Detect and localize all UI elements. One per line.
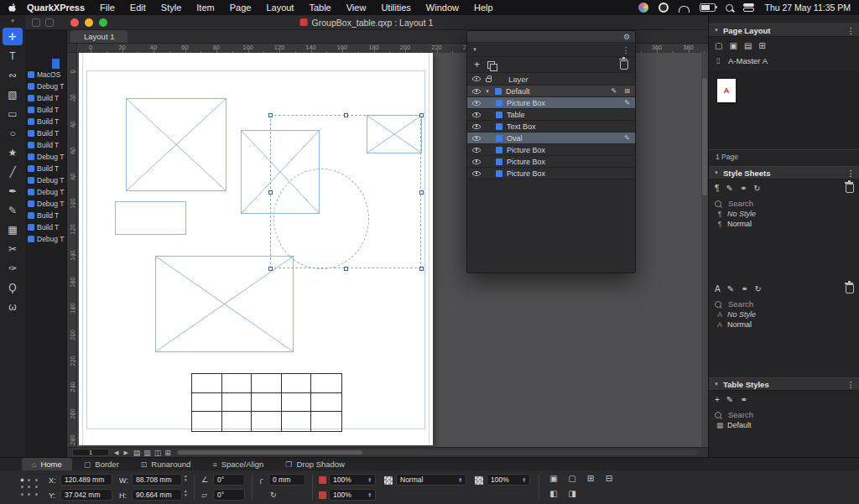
- menu-utilities[interactable]: Utilities: [373, 3, 418, 13]
- page-number-field[interactable]: 1: [72, 449, 109, 456]
- scissors-tool[interactable]: ✂: [3, 240, 23, 257]
- menu-layout[interactable]: Layout: [258, 3, 301, 13]
- file-item-build-t-8[interactable]: Build T: [25, 163, 66, 174]
- tab-border[interactable]: ▢Border: [74, 458, 129, 470]
- disclosure-icon[interactable]: ▼: [485, 89, 491, 94]
- file-item-build-t-2[interactable]: Build T: [25, 92, 66, 104]
- reference-point-7[interactable]: [28, 493, 30, 496]
- link-style-icon[interactable]: ⚭: [740, 184, 747, 193]
- visibility-icon[interactable]: [472, 136, 481, 141]
- reference-point-8[interactable]: [35, 493, 38, 496]
- section-disclosure-icon[interactable]: ▼: [714, 382, 719, 387]
- layer-row-picture-box-5[interactable]: Picture Box: [467, 144, 635, 156]
- selection-handle[interactable]: [268, 190, 273, 195]
- new-table-style-icon[interactable]: +: [715, 395, 720, 404]
- layer-options-icon[interactable]: ⊞: [624, 87, 630, 95]
- file-item-build-t-3[interactable]: Build T: [25, 104, 66, 116]
- layer-row-picture-box-6[interactable]: Picture Box: [467, 156, 635, 168]
- panel-toggle-icon[interactable]: [32, 18, 40, 27]
- edit-item-icon[interactable]: ✎: [624, 134, 630, 142]
- file-item-build-t-12[interactable]: Build T: [25, 210, 66, 221]
- edit-style-icon[interactable]: ✎: [726, 184, 732, 193]
- tab-space-align[interactable]: ≡Space/Align: [202, 458, 273, 470]
- blend-mode-dropdown[interactable]: Normal ▲▼: [396, 474, 466, 486]
- height-stepper[interactable]: ▲▼: [184, 490, 187, 497]
- scale-y-dropdown[interactable]: 100% ▲▼: [329, 489, 376, 501]
- palette-collapse-icon[interactable]: ▼: [472, 47, 477, 52]
- table-tool[interactable]: ▦: [3, 221, 23, 238]
- reference-point-grid[interactable]: [18, 476, 40, 498]
- file-item-build-t-5[interactable]: Build T: [25, 127, 66, 139]
- palette-gear-icon[interactable]: ⚙: [623, 33, 630, 41]
- next-page-icon[interactable]: ▶: [123, 449, 128, 456]
- text-content-tool[interactable]: T: [3, 47, 23, 65]
- style-item-normal[interactable]: ¶Normal: [709, 219, 859, 229]
- reference-point-3[interactable]: [21, 486, 23, 488]
- reference-point-2[interactable]: [35, 479, 38, 481]
- opacity-dropdown[interactable]: 100% ▲▼: [487, 474, 530, 486]
- section-menu-icon[interactable]: ⋮: [847, 26, 856, 35]
- close-button[interactable]: [70, 18, 79, 27]
- item-tool[interactable]: ✛: [3, 28, 23, 45]
- character-style-search[interactable]: Search: [709, 299, 859, 309]
- reference-point-4[interactable]: [28, 486, 30, 488]
- delete-style-icon[interactable]: [846, 284, 854, 294]
- menu-table[interactable]: Table: [301, 3, 338, 13]
- vertical-scrollbar[interactable]: [701, 53, 708, 447]
- frame-outline-icon[interactable]: ▢: [565, 473, 579, 484]
- style-item-no-style[interactable]: ANo Style: [709, 309, 859, 320]
- table-style-search[interactable]: Search: [709, 409, 859, 420]
- selection-handle[interactable]: [419, 113, 424, 117]
- height-field[interactable]: 90.664 mm: [132, 489, 182, 501]
- view-grid-icon[interactable]: ⊞: [164, 449, 171, 457]
- layer-row-table-2[interactable]: Table: [467, 109, 635, 121]
- tab-runaround[interactable]: ⊡Runaround: [131, 458, 201, 470]
- file-item-build-t-6[interactable]: Build T: [25, 139, 66, 151]
- zoom-tool[interactable]: Ϙ: [3, 278, 23, 296]
- master-page-item[interactable]: ▯ A-Master A: [709, 54, 859, 67]
- file-item-debug-t-7[interactable]: Debug T: [25, 151, 66, 163]
- prev-page-icon[interactable]: ◀: [114, 449, 118, 456]
- columns-icon[interactable]: ⊟: [602, 473, 616, 484]
- layer-row-text-box-3[interactable]: Text Box: [467, 121, 635, 132]
- selection-handle[interactable]: [344, 113, 348, 117]
- file-item-debug-t-14[interactable]: Debug T: [25, 233, 66, 245]
- page-browser[interactable]: A: [709, 70, 859, 149]
- edit-style-icon[interactable]: ✎: [727, 284, 734, 294]
- selection-handle[interactable]: [344, 267, 348, 271]
- page-layout-header[interactable]: ▼ Page Layout ⋮: [709, 23, 859, 37]
- width-field[interactable]: 88.708 mm: [132, 474, 182, 486]
- new-paragraph-style-icon[interactable]: ¶: [715, 184, 719, 193]
- flip-vertical-icon[interactable]: ◨: [565, 488, 579, 499]
- freehand-tool[interactable]: ✎: [3, 201, 23, 219]
- layer-row-default-0[interactable]: ▼Default✎⊞: [467, 86, 635, 97]
- style-item-normal[interactable]: ANormal: [709, 320, 859, 330]
- view-pages-icon[interactable]: ▥: [143, 449, 151, 457]
- ruler-origin[interactable]: [67, 44, 77, 53]
- menu-view[interactable]: View: [339, 3, 374, 13]
- edit-layer-icon[interactable]: ✎: [612, 87, 617, 95]
- insert-page-icon[interactable]: ▢: [715, 41, 722, 50]
- menu-file[interactable]: File: [92, 3, 122, 13]
- file-item-macos-0[interactable]: MacOS: [25, 69, 66, 81]
- eyedropper-tool[interactable]: ✑: [3, 259, 23, 277]
- oval-box-tool[interactable]: ○: [3, 124, 23, 142]
- file-item-debug-t-9[interactable]: Debug T: [25, 174, 66, 186]
- palette-titlebar[interactable]: ⚙: [467, 31, 635, 43]
- menu-style[interactable]: Style: [154, 3, 189, 13]
- selection-handle[interactable]: [268, 267, 273, 271]
- rectangle-box-tool[interactable]: ▭: [3, 105, 23, 122]
- picture-box-1[interactable]: [126, 98, 226, 191]
- file-item-build-t-4[interactable]: Build T: [25, 116, 66, 127]
- starburst-tool[interactable]: ★: [3, 143, 23, 161]
- width-stepper[interactable]: ▲▼: [184, 475, 187, 482]
- skew-field[interactable]: 0°: [213, 489, 245, 501]
- link-table-style-icon[interactable]: ⚭: [740, 395, 747, 404]
- view-thumbnails-icon[interactable]: ▤: [133, 449, 141, 457]
- panel-toggle-icon-2[interactable]: [45, 18, 54, 27]
- grid-icon[interactable]: ⊞: [584, 473, 597, 484]
- delete-style-icon[interactable]: [846, 184, 854, 193]
- status-app-icon[interactable]: [638, 3, 648, 13]
- picture-box-4[interactable]: [155, 256, 294, 352]
- tab-drop-shadow[interactable]: ❐Drop Shadow: [275, 458, 355, 470]
